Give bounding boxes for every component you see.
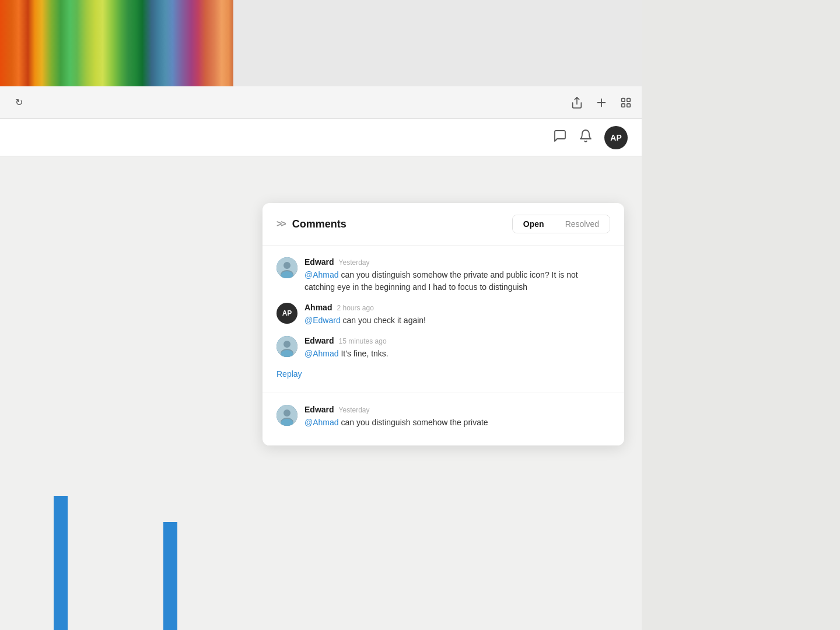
tabs-icon[interactable] bbox=[620, 96, 632, 109]
comment-content: Edward Yesterday @Ahmad can you distingu… bbox=[304, 405, 610, 429]
comments-body: Edward Yesterday @Ahmad can you distingu… bbox=[262, 246, 624, 446]
add-tab-icon[interactable] bbox=[595, 96, 608, 109]
comment-mention: @Ahmad bbox=[304, 349, 339, 358]
comment-meta: Edward Yesterday bbox=[304, 257, 610, 267]
tab-resolved[interactable]: Resolved bbox=[555, 215, 610, 233]
comment-body-text: It's fine, tnks. bbox=[339, 349, 388, 358]
toolbar-right bbox=[570, 96, 632, 109]
avatar-ahmad: AP bbox=[276, 303, 298, 324]
reload-button[interactable]: ↻ bbox=[9, 93, 28, 112]
comment-mention: @Edward bbox=[304, 316, 341, 325]
collapse-panel-button[interactable]: >> bbox=[276, 219, 285, 229]
svg-rect-5 bbox=[622, 103, 625, 107]
comment-meta: Edward 15 minutes ago bbox=[304, 336, 610, 345]
chart-bar-2 bbox=[163, 522, 177, 630]
colorful-artwork bbox=[0, 0, 233, 86]
comment-text: @Edward can you check it again! bbox=[304, 314, 610, 327]
comment-author: Edward bbox=[304, 336, 334, 345]
comment-thread-1: Edward Yesterday @Ahmad can you distingu… bbox=[262, 246, 624, 393]
comment-body-text: can you check it again! bbox=[341, 316, 426, 325]
avatar-edward bbox=[276, 257, 298, 278]
comment-author: Edward bbox=[304, 257, 334, 267]
svg-rect-4 bbox=[627, 98, 631, 102]
avatar-edward bbox=[276, 336, 298, 357]
comment-content: Ahmad 2 hours ago @Edward can you check … bbox=[304, 303, 610, 327]
svg-point-14 bbox=[284, 410, 290, 416]
comment-text: @Ahmad can you distinguish somehow the p… bbox=[304, 416, 610, 429]
user-avatar[interactable]: AP bbox=[604, 126, 628, 149]
comment-text: @Ahmad It's fine, tnks. bbox=[304, 348, 610, 360]
comment-thread-2: Edward Yesterday @Ahmad can you distingu… bbox=[262, 393, 624, 446]
secondary-toolbar: AP bbox=[0, 119, 642, 156]
comment-meta: Ahmad 2 hours ago bbox=[304, 303, 610, 312]
comment-time: Yesterday bbox=[339, 258, 370, 267]
comment-text: @Ahmad can you distinguish somehow the p… bbox=[304, 269, 610, 293]
share-icon[interactable] bbox=[570, 96, 583, 109]
comment-entry: Edward 15 minutes ago @Ahmad It's fine, … bbox=[276, 336, 610, 360]
comment-content: Edward 15 minutes ago @Ahmad It's fine, … bbox=[304, 336, 610, 360]
tab-group: Open Resolved bbox=[512, 215, 610, 233]
comment-body-text: can you distinguish somehow the private bbox=[339, 418, 488, 427]
comment-time: 2 hours ago bbox=[337, 304, 373, 312]
comment-author: Edward bbox=[304, 405, 334, 414]
right-margin bbox=[642, 0, 840, 630]
comment-mention: @Ahmad bbox=[304, 418, 339, 427]
browser-toolbar: ↻ bbox=[0, 86, 642, 119]
comment-body-text: can you distinguish somehow the private … bbox=[304, 270, 578, 292]
comment-entry: Edward Yesterday @Ahmad can you distingu… bbox=[276, 257, 610, 293]
chart-bar-1 bbox=[54, 496, 68, 630]
comments-header: >> Comments Open Resolved bbox=[262, 203, 624, 246]
chat-icon[interactable] bbox=[553, 129, 567, 146]
svg-rect-3 bbox=[622, 98, 625, 102]
comment-time: Yesterday bbox=[339, 406, 370, 414]
comment-author: Ahmad bbox=[304, 303, 332, 312]
svg-point-8 bbox=[284, 262, 290, 269]
comments-panel: >> Comments Open Resolved Edward bbox=[262, 203, 624, 446]
toolbar-left: ↻ bbox=[9, 93, 28, 112]
comment-content: Edward Yesterday @Ahmad can you distingu… bbox=[304, 257, 610, 293]
svg-rect-6 bbox=[627, 103, 631, 107]
avatar-edward bbox=[276, 405, 298, 426]
comments-title: Comments bbox=[292, 218, 505, 230]
comment-mention: @Ahmad bbox=[304, 270, 339, 279]
comment-entry: Edward Yesterday @Ahmad can you distingu… bbox=[276, 405, 610, 429]
notification-icon[interactable] bbox=[579, 129, 593, 146]
tab-open[interactable]: Open bbox=[513, 215, 555, 233]
comment-entry: AP Ahmad 2 hours ago @Edward can you che… bbox=[276, 303, 610, 327]
comment-time: 15 minutes ago bbox=[339, 337, 387, 345]
reply-button[interactable]: Replay bbox=[276, 367, 302, 381]
svg-point-11 bbox=[284, 341, 290, 348]
comment-meta: Edward Yesterday bbox=[304, 405, 610, 414]
